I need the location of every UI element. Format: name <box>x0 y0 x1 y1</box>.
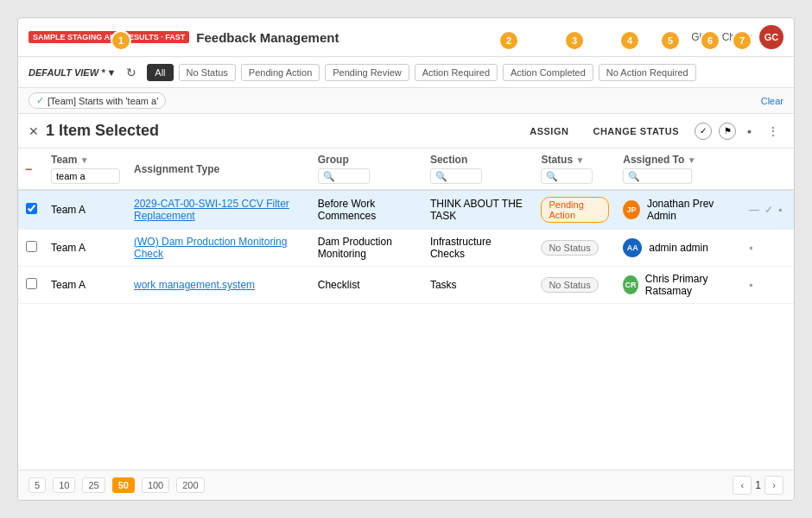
row-checkbox-cell[interactable] <box>18 190 44 230</box>
select-all-minus-icon[interactable]: − <box>25 162 32 176</box>
avatar[interactable]: GC <box>759 25 783 49</box>
row-team: Team A <box>44 267 127 304</box>
change-status-button[interactable]: CHANGE STATUS <box>584 123 688 140</box>
filter-action-completed-button[interactable]: Action Completed <box>503 64 593 81</box>
team-search-input[interactable] <box>51 168 120 184</box>
col-section: Section <box>423 148 535 190</box>
row-dash-icon: — <box>749 204 759 216</box>
assignment-link[interactable]: work management.system <box>134 279 255 291</box>
page-title: Feedback Management <box>196 30 684 45</box>
check-icon: ✓ <box>36 95 44 106</box>
assignment-link[interactable]: (WO) Dam Production Monitoring Check <box>134 236 287 260</box>
assigned-name: admin admin <box>649 242 708 254</box>
row-square-icon[interactable]: ▪ <box>749 279 752 291</box>
row-actions: — ✓ ▪ <box>742 190 794 230</box>
filter-no-action-required-button[interactable]: No Action Required <box>599 64 696 81</box>
filter-chip-row: ✓ [Team] Starts with 'team a' Clear <box>18 88 794 114</box>
filter-pending-review-button[interactable]: Pending Review <box>325 64 409 81</box>
assignment-link[interactable]: 2029-CAT-00-SWI-125 CCV Filter Replaceme… <box>134 198 289 222</box>
row-check-icon[interactable]: ✓ <box>764 204 773 216</box>
default-view-dropdown[interactable]: DEFAULT VIEW * ▼ <box>29 67 116 78</box>
status-filter-icon[interactable]: ▼ <box>575 155 584 165</box>
group-search-input[interactable] <box>318 168 370 184</box>
clear-filter-button[interactable]: Clear <box>761 96 783 106</box>
section-search-input[interactable] <box>430 168 482 184</box>
data-table: − Team ▼ Assignment Type Group <box>18 148 794 304</box>
status-badge: No Status <box>541 240 598 256</box>
row-section: Infrastructure Checks <box>423 230 535 267</box>
col-status: Status ▼ <box>534 148 616 190</box>
assigned-name: Chris Primary Ratsamay <box>645 273 735 297</box>
filter-chip-label: [Team] Starts with 'team a' <box>48 96 158 106</box>
col-actions <box>742 148 794 190</box>
more-options-icon[interactable]: ⋮ <box>763 123 783 140</box>
flag-action-icon[interactable]: ⚑ <box>719 123 736 140</box>
badge-6: 6 <box>700 30 720 51</box>
selection-bar: ✕ 1 Item Selected ASSIGN CHANGE STATUS ✓… <box>18 114 794 148</box>
col-team: Team ▼ <box>44 148 127 190</box>
chevron-down-icon: ▼ <box>106 67 116 78</box>
page-size-5[interactable]: 5 <box>29 477 46 493</box>
assigned-avatar: JP <box>623 200 640 219</box>
assigned-avatar: AA <box>623 238 642 257</box>
page-size-50[interactable]: 50 <box>112 477 135 493</box>
data-table-wrap: − Team ▼ Assignment Type Group <box>18 148 794 470</box>
active-filter-chip[interactable]: ✓ [Team] Starts with 'team a' <box>29 92 166 109</box>
selection-count: 1 Item Selected <box>46 122 514 140</box>
row-team: Team A <box>44 190 127 230</box>
row-group: Dam Production Monitoring <box>311 230 423 267</box>
row-assigned-to: JP Jonathan Prev Admin <box>616 190 742 230</box>
table-row: Team A 2029-CAT-00-SWI-125 CCV Filter Re… <box>18 190 794 230</box>
page-size-25[interactable]: 25 <box>82 477 105 493</box>
table-row: Team A work management.system Checklist … <box>18 267 794 304</box>
badge-2: 2 <box>498 30 519 51</box>
assigned-filter-icon[interactable]: ▼ <box>688 155 696 165</box>
row-checkbox[interactable] <box>26 278 37 289</box>
row-checkbox[interactable] <box>26 241 37 252</box>
prev-page-button[interactable]: ‹ <box>733 476 752 495</box>
table-header-row: − Team ▼ Assignment Type Group <box>18 148 794 190</box>
next-page-button[interactable]: › <box>764 476 783 495</box>
row-checkbox-cell[interactable] <box>18 230 44 267</box>
row-status: No Status <box>534 230 616 267</box>
page-size-10[interactable]: 10 <box>53 477 75 493</box>
filter-no-status-button[interactable]: No Status <box>179 64 236 81</box>
pagination: ‹ 1 › <box>733 476 783 495</box>
badge-4: 4 <box>619 30 640 51</box>
assigned-avatar: CR <box>623 275 638 294</box>
badge-1: 1 <box>111 30 131 51</box>
assign-button[interactable]: ASSIGN <box>521 123 577 140</box>
row-checkbox[interactable] <box>26 203 37 214</box>
row-status: Pending Action <box>534 190 616 230</box>
page-size-200[interactable]: 200 <box>176 477 204 493</box>
row-section: Tasks <box>423 267 535 304</box>
row-status: No Status <box>534 267 616 304</box>
square-action-icon[interactable]: ▪ <box>743 123 756 140</box>
check-action-icon[interactable]: ✓ <box>695 123 712 140</box>
table-footer: 5 10 25 50 100 200 ‹ 1 › <box>18 470 794 500</box>
filter-all-button[interactable]: All <box>147 64 173 81</box>
page-size-100[interactable]: 100 <box>142 477 169 493</box>
col-assignment-type: Assignment Type <box>127 148 311 190</box>
col-group: Group <box>311 148 423 190</box>
row-checkbox-cell[interactable] <box>18 267 44 304</box>
col-checkbox: − <box>18 148 44 190</box>
main-panel: 1 2 3 4 5 6 7 SAMPLE STAGING AND RESULTS… <box>17 17 795 501</box>
staging-badge: SAMPLE STAGING AND RESULTS · FAST <box>29 31 189 43</box>
assigned-search-input[interactable] <box>623 168 692 184</box>
status-badge: No Status <box>541 277 598 293</box>
row-section: THINK ABOUT THE TASK <box>423 190 535 230</box>
team-filter-icon[interactable]: ▼ <box>80 155 89 165</box>
badge-5: 5 <box>660 30 681 51</box>
row-team: Team A <box>44 230 127 267</box>
row-square-icon[interactable]: ▪ <box>749 242 752 254</box>
row-assignment-type: work management.system <box>127 267 311 304</box>
refresh-button[interactable]: ↻ <box>121 62 142 83</box>
close-selection-icon[interactable]: ✕ <box>29 124 39 138</box>
status-search-input[interactable] <box>541 168 593 184</box>
filter-pending-action-button[interactable]: Pending Action <box>241 64 320 81</box>
app-background: 1 2 3 4 5 6 7 SAMPLE STAGING AND RESULTS… <box>0 0 812 518</box>
row-actions: ▪ <box>742 230 794 267</box>
filter-action-required-button[interactable]: Action Required <box>415 64 498 81</box>
row-square-icon[interactable]: ▪ <box>778 204 782 216</box>
